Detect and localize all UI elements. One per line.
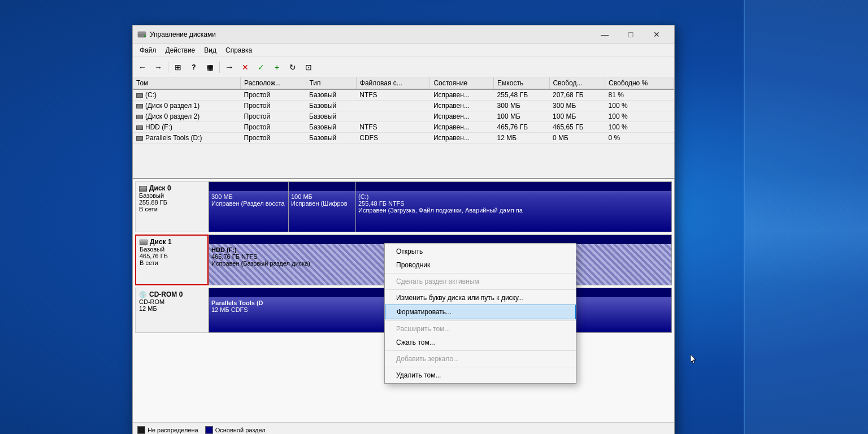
cell-filesystem: NTFS xyxy=(356,122,430,133)
add-button[interactable]: + xyxy=(270,60,284,75)
cell-layout: Простой xyxy=(241,133,306,144)
disk0-part1-size: 300 МБ xyxy=(211,193,286,200)
title-bar: Управление дисками — □ ✕ xyxy=(133,25,674,44)
ctx-make-active: Сделать раздел активным xyxy=(385,275,576,288)
cell-capacity: 465,76 ГБ xyxy=(494,122,550,133)
disk0-size: 255,88 ГБ xyxy=(139,199,205,206)
col-volume: Том xyxy=(133,77,241,89)
col-free-pct: Свободно % xyxy=(605,77,674,89)
legend-bar: Не распределена Основной раздел xyxy=(133,422,674,434)
cell-free: 207,68 ГБ xyxy=(549,89,605,101)
cdrom0-name: CD-ROM 0 xyxy=(149,290,183,298)
table-row[interactable]: (Диск 0 раздел 2) Простой Базовый Исправ… xyxy=(133,111,674,122)
cell-status: Исправен... xyxy=(430,122,494,133)
cell-status: Исправен... xyxy=(430,101,494,111)
table-row[interactable]: (Диск 0 раздел 1) Простой Базовый Исправ… xyxy=(133,101,674,111)
disk0-part1[interactable]: 300 МБ Исправен (Раздел восста xyxy=(209,182,289,232)
close-button[interactable]: ✕ xyxy=(644,25,670,44)
cell-free-pct: 100 % xyxy=(605,111,674,122)
disk0-partitions: 300 МБ Исправен (Раздел восста 100 МБ Ис… xyxy=(209,181,672,232)
legend-primary-box xyxy=(205,426,213,434)
check-button[interactable]: ✓ xyxy=(254,60,268,75)
cell-type: Базовый xyxy=(306,122,356,133)
menu-help[interactable]: Справка xyxy=(221,45,257,55)
disk1-name: Диск 1 xyxy=(150,238,172,246)
legend-unallocated: Не распределена xyxy=(137,426,198,434)
cell-filesystem: CDFS xyxy=(356,133,430,144)
disk0-part3[interactable]: (C:) 255,48 ГБ NTFS Исправен (Загрузка, … xyxy=(356,182,671,232)
maximize-button[interactable]: □ xyxy=(618,25,644,44)
ctx-sep5 xyxy=(385,367,576,367)
cell-volume: (Диск 0 раздел 1) xyxy=(133,101,241,111)
cell-type: Базовый xyxy=(306,111,356,122)
cdrom0-size: 12 МБ xyxy=(139,305,205,312)
cell-volume: HDD (F:) xyxy=(133,122,241,133)
back-button[interactable]: ← xyxy=(135,60,150,75)
menu-bar: Файл Действие Вид Справка xyxy=(133,44,674,57)
menu-view[interactable]: Вид xyxy=(199,45,221,55)
disk0-name: Диск 0 xyxy=(149,184,171,192)
cell-free: 300 МБ xyxy=(549,101,605,111)
table-row[interactable]: HDD (F:) Простой Базовый NTFS Исправен..… xyxy=(133,122,674,133)
refresh-button[interactable]: ↻ xyxy=(285,60,300,75)
disk0-part2-status: Исправен (Шифров xyxy=(291,200,353,207)
ctx-sep3 xyxy=(385,320,576,321)
menu-file[interactable]: Файл xyxy=(135,45,161,55)
cell-volume: Parallels Tools (D:) xyxy=(133,133,241,144)
ctx-explorer[interactable]: Проводник xyxy=(385,258,576,272)
disk0-part3-size: 255,48 ГБ NTFS xyxy=(358,200,669,207)
ctx-sep4 xyxy=(385,350,576,351)
context-menu: Открыть Проводник Сделать раздел активны… xyxy=(384,243,576,384)
cell-layout: Простой xyxy=(241,122,306,133)
disk0-row: Диск 0 Базовый 255,88 ГБ В сети 300 МБ И… xyxy=(135,181,672,232)
forward-button[interactable]: → xyxy=(151,60,166,75)
svg-rect-1 xyxy=(138,32,146,34)
toolbar: ← → ⊞ ? ▦ → ✕ ✓ + ↻ ⊡ xyxy=(133,57,674,77)
cell-filesystem: NTFS xyxy=(356,89,430,101)
move-button[interactable]: → xyxy=(222,60,237,75)
ctx-sep1 xyxy=(385,273,576,274)
ctx-open[interactable]: Открыть xyxy=(385,245,576,258)
ctx-change-letter[interactable]: Изменить букву диска или путь к диску... xyxy=(385,291,576,305)
col-filesystem: Файловая с... xyxy=(356,77,430,89)
table-row[interactable]: (C:) Простой Базовый NTFS Исправен... 25… xyxy=(133,89,674,101)
disk1-status: В сети xyxy=(140,259,204,266)
col-capacity: Емкость xyxy=(494,77,550,89)
ctx-shrink[interactable]: Сжать том... xyxy=(385,336,576,349)
cell-filesystem xyxy=(356,111,430,122)
cell-status: Исправен... xyxy=(430,89,494,101)
help-toolbar-button[interactable]: ? xyxy=(186,60,201,75)
properties-button[interactable]: ⊞ xyxy=(171,60,185,75)
menu-action[interactable]: Действие xyxy=(161,45,200,55)
cell-free-pct: 100 % xyxy=(605,122,674,133)
window-icon xyxy=(137,30,146,39)
cell-status: Исправен... xyxy=(430,111,494,122)
disk0-part2[interactable]: 100 МБ Исправен (Шифров xyxy=(289,182,356,232)
disk0-part1-status: Исправен (Раздел восста xyxy=(211,200,286,207)
cell-capacity: 255,48 ГБ xyxy=(494,89,550,101)
cell-layout: Простой xyxy=(241,101,306,111)
disk0-part3-status: Исправен (Загрузка, Файл подкачки, Авари… xyxy=(358,207,669,214)
window-title: Управление дисками xyxy=(150,31,592,38)
svg-point-2 xyxy=(144,35,146,37)
legend-unallocated-box xyxy=(137,426,145,434)
cell-layout: Простой xyxy=(241,89,306,101)
delete-toolbar-button[interactable]: ✕ xyxy=(238,60,253,75)
cell-layout: Простой xyxy=(241,111,306,122)
cell-capacity: 100 МБ xyxy=(494,111,550,122)
ctx-expand: Расширить том... xyxy=(385,322,576,336)
ctx-add-mirror: Добавить зеркало... xyxy=(385,352,576,366)
table-row[interactable]: Parallels Tools (D:) Простой Базовый CDF… xyxy=(133,133,674,144)
disk1-type: Базовый xyxy=(140,246,204,253)
ctx-format[interactable]: Форматировать... xyxy=(385,305,576,319)
window-controls: — □ ✕ xyxy=(592,25,670,44)
more-button[interactable]: ⊡ xyxy=(301,60,316,75)
cell-filesystem xyxy=(356,101,430,111)
cell-type: Базовый xyxy=(306,133,356,144)
cell-free-pct: 81 % xyxy=(605,89,674,101)
disk0-part3-letter: (C:) xyxy=(358,193,669,200)
minimize-button[interactable]: — xyxy=(592,25,618,44)
ctx-delete[interactable]: Удалить том... xyxy=(385,368,576,382)
cell-free-pct: 100 % xyxy=(605,101,674,111)
grid-button[interactable]: ▦ xyxy=(202,60,217,75)
